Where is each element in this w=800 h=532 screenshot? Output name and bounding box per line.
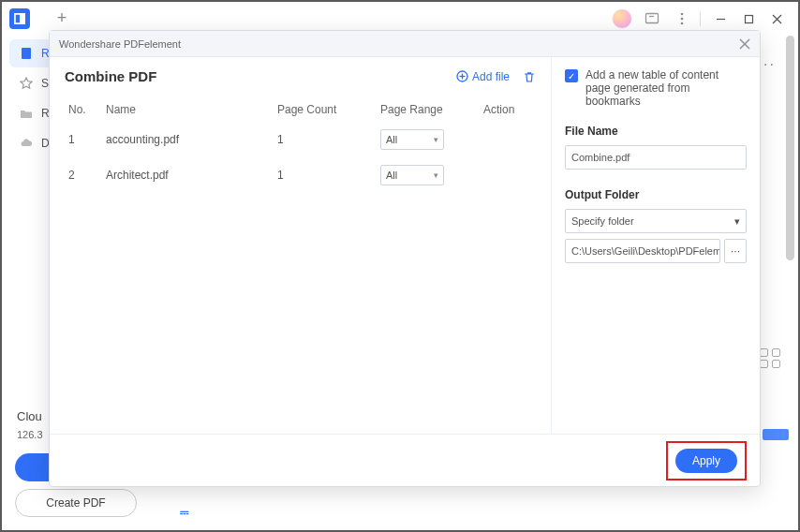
chevron-down-icon: ▾ <box>434 170 438 180</box>
dropdown-value: Specify folder <box>571 215 634 227</box>
add-file-button[interactable]: Add file <box>456 70 510 83</box>
file-name-input[interactable] <box>565 145 747 170</box>
table-row[interactable]: 2 Architect.pdf 1 All ▾ <box>65 157 536 193</box>
scroll-thumb[interactable] <box>763 429 789 440</box>
files-table: No. Name Page Count Page Range Action 1 … <box>65 97 536 193</box>
minimize-button[interactable] <box>706 7 734 31</box>
toc-checkbox-label: Add a new table of content page generate… <box>585 68 747 108</box>
close-window-button[interactable] <box>763 7 791 31</box>
cell-name: accounting.pdf <box>102 122 274 157</box>
cell-no: 1 <box>65 122 102 157</box>
plus-circle-icon <box>456 70 468 82</box>
output-path-display: C:\Users\Geili\Desktop\PDFelement\Co <box>565 239 720 263</box>
chevron-down-icon: ▾ <box>734 215 740 228</box>
cell-no: 2 <box>65 157 102 193</box>
dialog-titlebar: Wondershare PDFelement <box>50 31 760 57</box>
page-range-select[interactable]: All ▾ <box>380 165 444 185</box>
select-value: All <box>386 134 397 145</box>
dialog-window-title: Wondershare PDFelement <box>59 38 181 50</box>
cloud-icon <box>19 136 34 151</box>
page-range-select[interactable]: All ▾ <box>380 129 444 150</box>
select-value: All <box>386 170 397 181</box>
vertical-scrollbar[interactable] <box>786 36 794 260</box>
trash-icon <box>523 70 536 83</box>
col-page-range: Page Range <box>377 97 480 122</box>
col-action: Action <box>480 97 536 122</box>
combine-pdf-dialog: Wondershare PDFelement Combine PDF Add f… <box>49 30 761 487</box>
chevron-down-icon: ▾ <box>434 135 438 144</box>
sidebar-item-label: S <box>41 77 49 90</box>
svg-rect-5 <box>745 15 752 22</box>
star-icon <box>19 76 34 91</box>
toc-checkbox[interactable]: ✓ <box>565 69 578 82</box>
output-folder-label: Output Folder <box>565 188 747 201</box>
create-pdf-button[interactable]: Create PDF <box>15 489 137 517</box>
apply-highlight: Apply <box>666 441 747 480</box>
svg-point-1 <box>681 13 684 16</box>
new-tab-button[interactable]: + <box>52 9 71 28</box>
folder-icon <box>19 106 34 121</box>
col-no: No. <box>65 97 102 122</box>
dialog-title: Combine PDF <box>65 68 156 84</box>
cell-name: Architect.pdf <box>102 157 274 193</box>
col-page-count: Page Count <box>274 97 377 122</box>
notification-icon[interactable] <box>640 7 664 31</box>
svg-point-2 <box>681 18 684 21</box>
svg-point-3 <box>681 22 684 25</box>
cell-page-count: 1 <box>274 122 377 157</box>
brand-mark: ⎓ <box>180 504 189 521</box>
app-icon <box>9 8 30 29</box>
browse-folder-button[interactable]: ··· <box>724 239 747 263</box>
dialog-close-button[interactable] <box>739 38 750 50</box>
svg-rect-0 <box>646 14 659 23</box>
maximize-button[interactable] <box>734 7 763 31</box>
apply-button[interactable]: Apply <box>675 449 737 473</box>
document-icon <box>19 46 34 61</box>
file-name-label: File Name <box>565 125 747 138</box>
table-row[interactable]: 1 accounting.pdf 1 All ▾ <box>65 122 536 157</box>
output-folder-dropdown[interactable]: Specify folder ▾ <box>565 209 747 233</box>
kebab-menu-icon[interactable] <box>670 7 694 31</box>
remove-all-button[interactable] <box>523 70 536 83</box>
svg-rect-8 <box>22 48 31 59</box>
add-file-label: Add file <box>472 70 510 83</box>
account-avatar[interactable] <box>610 7 634 31</box>
cell-page-count: 1 <box>274 157 377 193</box>
col-name: Name <box>102 97 274 122</box>
table-header-row: No. Name Page Count Page Range Action <box>65 97 536 122</box>
view-grid-icon[interactable] <box>760 348 781 368</box>
